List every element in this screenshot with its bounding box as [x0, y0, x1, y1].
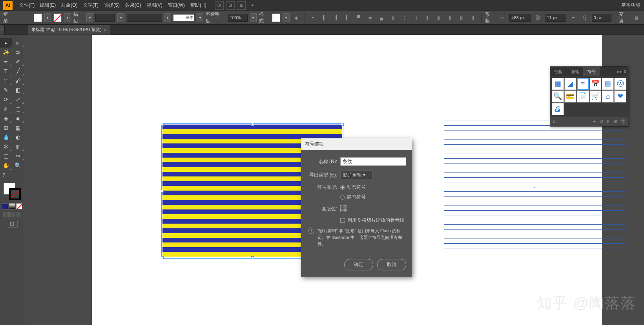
distribute-h2-icon[interactable]: ⫼ — [411, 13, 420, 22]
menu-help[interactable]: 帮助(H) — [188, 0, 209, 11]
break-link-icon[interactable]: ⧉ — [600, 119, 604, 124]
shaper-tool[interactable]: ✎ — [0, 85, 12, 95]
delete-symbol-icon[interactable]: 🗑 — [621, 119, 626, 124]
distribute-h3-icon[interactable]: ⫼ — [434, 13, 443, 22]
scale-tool[interactable]: ⤢ — [12, 95, 24, 104]
panel-menu-icon[interactable]: ≡ — [624, 69, 626, 74]
align-dropdown-icon[interactable]: ▾ — [308, 13, 317, 22]
symbol-name-input[interactable] — [340, 157, 406, 166]
artboard-tool[interactable]: ▢ — [0, 151, 12, 161]
corner-input[interactable] — [592, 14, 611, 22]
stroke-color-icon[interactable] — [9, 188, 21, 200]
tool-tip[interactable]: ? — [0, 170, 12, 180]
symbol-libraries-icon[interactable]: ⧈. — [553, 119, 557, 124]
stroke-weight-input[interactable] — [95, 14, 115, 22]
stroke-profile-preview[interactable]: 基本 — [173, 15, 194, 21]
document-tab[interactable]: 未标题-1* @ 100% (RGB/GPU 预览) × — [28, 25, 110, 35]
new-symbol-icon[interactable]: ⊕ — [614, 119, 618, 124]
stroke-dash-dropdown[interactable]: ▾ — [164, 13, 171, 22]
align-left-icon[interactable]: ▌ — [320, 13, 329, 22]
symbol-item[interactable]: ▤ — [602, 78, 614, 90]
width-link-icon[interactable]: ⟷ — [498, 13, 507, 22]
menu-select[interactable]: 选择(S) — [101, 0, 122, 11]
symbol-item[interactable]: ◢ — [564, 78, 576, 90]
free-transform-tool[interactable]: ⬚ — [12, 104, 24, 114]
zoom-tool[interactable]: 🔍 — [12, 161, 24, 170]
scale9-checkbox[interactable]: 启用 9 格切片缩放的参考线 — [340, 217, 406, 224]
stroke-weight-stepper[interactable]: ▾ — [117, 13, 124, 22]
symbol-item[interactable]: ≡ — [577, 78, 589, 90]
transform-panel-icon[interactable]: ▦ — [632, 13, 641, 22]
brushes-tab[interactable]: 画笔 — [567, 67, 583, 76]
dynamic-symbol-radio[interactable]: 动态符号 — [340, 184, 366, 191]
menu-file[interactable]: 文件(F) — [16, 0, 37, 11]
stroke-dash-input[interactable] — [127, 14, 162, 22]
symbol-item[interactable]: ❤ — [614, 90, 626, 103]
draw-inside-icon[interactable] — [16, 212, 21, 217]
registration-grid[interactable] — [340, 205, 347, 212]
align-bottom-icon[interactable]: ▄ — [377, 13, 386, 22]
distribute-h-icon[interactable]: ⫼ — [389, 13, 398, 22]
fill-dropdown[interactable]: ▾ — [44, 13, 51, 22]
symbol-sprayer-tool[interactable]: ✲ — [0, 142, 12, 151]
slice-tool[interactable]: ✂ — [12, 151, 24, 161]
color-mode-none[interactable] — [16, 203, 22, 209]
style-dropdown[interactable]: ▾ — [283, 13, 289, 22]
symbol-item[interactable]: 💳 — [564, 90, 576, 103]
selection-handle[interactable] — [161, 190, 164, 193]
pen-tool[interactable]: ✒ — [0, 57, 12, 66]
width-input[interactable] — [509, 14, 531, 22]
align-vcenter-icon[interactable]: ▬ — [366, 13, 375, 22]
workspace-switcher[interactable]: 基本功能 — [617, 2, 644, 9]
menu-object[interactable]: 对象(O) — [58, 0, 80, 11]
menu-effect[interactable]: 效果(C) — [122, 0, 144, 11]
symbol-item[interactable]: 🔍 — [552, 90, 564, 103]
bridge-icon[interactable]: Br — [215, 1, 224, 10]
screen-mode-icon[interactable]: ▢ — [7, 220, 18, 228]
symbol-item[interactable]: 🛒 — [589, 90, 602, 103]
symbol-item[interactable]: ⓦ — [614, 78, 626, 90]
color-mode-solid[interactable] — [2, 203, 8, 209]
eyedropper-tool[interactable]: 💧 — [0, 132, 12, 142]
arrange-icon[interactable]: ▦ — [237, 1, 246, 10]
corner-type-icon[interactable]: ⌐ — [569, 13, 578, 22]
opacity-dropdown[interactable]: ▾ — [250, 13, 257, 22]
align-top-icon[interactable]: ▀ — [354, 13, 363, 22]
paintbrush-tool[interactable]: 🖌 — [12, 76, 24, 85]
panel-toggle-left[interactable]: « — [0, 25, 5, 35]
hand-tool[interactable]: ✋ — [0, 161, 12, 170]
magic-wand-tool[interactable]: ✨ — [0, 48, 12, 57]
spacing-v-icon[interactable]: ⫿ — [469, 13, 478, 22]
selection-handle[interactable] — [161, 256, 164, 259]
stroke-swatch[interactable] — [53, 13, 62, 22]
color-mode-gradient[interactable] — [9, 203, 15, 209]
symbols-tab[interactable]: 符号 — [583, 67, 600, 76]
selection-handle[interactable] — [251, 123, 254, 126]
recolor-icon[interactable]: ◉ — [292, 13, 301, 22]
lasso-tool[interactable]: ⊃ — [12, 48, 24, 57]
stock-icon[interactable]: St — [226, 1, 235, 10]
menu-edit[interactable]: 编辑(E) — [37, 0, 58, 11]
eraser-tool[interactable]: ◧ — [12, 85, 24, 95]
draw-behind-icon[interactable] — [9, 212, 15, 217]
menu-view[interactable]: 视图(V) — [144, 0, 165, 11]
menu-type[interactable]: 文字(T) — [80, 0, 101, 11]
canvas[interactable]: × 符号选项 名称 (N): 导出类型 (E): 影片剪辑 ▾ 符号类型: 动态… — [24, 35, 644, 325]
symbol-item[interactable]: 📅 — [589, 78, 602, 90]
place-symbol-icon[interactable]: ↵ — [593, 119, 597, 124]
ok-button[interactable]: 确定 — [344, 259, 373, 270]
selection-handle[interactable] — [341, 123, 344, 126]
type-tool[interactable]: T — [0, 66, 12, 76]
perspective-tool[interactable]: ▣ — [12, 114, 24, 123]
fill-swatch[interactable] — [34, 13, 42, 22]
selection-tool[interactable]: ▸ — [0, 38, 12, 48]
static-symbol-radio[interactable]: 静态符号 — [340, 194, 366, 200]
close-tab-icon[interactable]: × — [104, 27, 107, 33]
gradient-tool[interactable]: ▦ — [12, 123, 24, 132]
style-swatch[interactable] — [272, 13, 280, 22]
swatches-tab[interactable]: 色板 — [550, 67, 567, 76]
symbol-item[interactable]: ▦ — [552, 78, 564, 90]
distribute-v-icon[interactable]: ⫿ — [400, 13, 409, 22]
distribute-v2-icon[interactable]: ⫿ — [423, 13, 432, 22]
gpu-icon[interactable]: ✈ — [248, 1, 257, 10]
